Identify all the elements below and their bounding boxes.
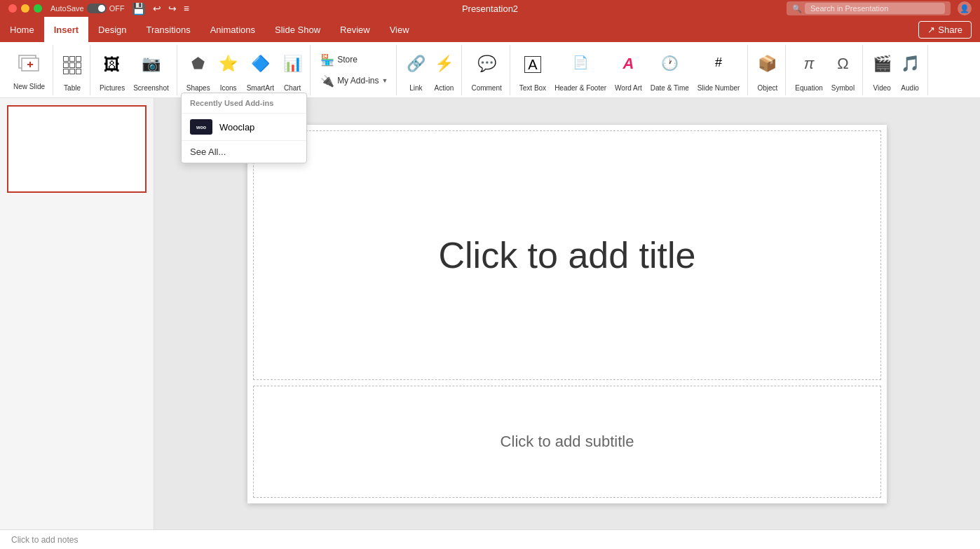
icons-label: Icons xyxy=(220,84,237,92)
table-icon xyxy=(63,56,81,74)
slide-number-button[interactable]: # Slide Number xyxy=(694,50,744,95)
action-button[interactable]: ⚡ Action xyxy=(430,50,457,95)
smartart-button[interactable]: 🔷 SmartArt xyxy=(243,50,278,95)
datetime-label: Date & Time xyxy=(651,84,689,92)
links-group: 🔗 Link ⚡ Action xyxy=(398,45,462,95)
slide-subtitle-area[interactable]: Click to add subtitle xyxy=(253,386,881,498)
equation-button[interactable]: π Equation xyxy=(791,50,826,95)
window-title: Presentation2 xyxy=(462,4,518,14)
comment-button[interactable]: 💬 Comment xyxy=(468,50,505,95)
pictures-button[interactable]: 🖼 Pictures xyxy=(96,50,128,95)
title-bar: AutoSave OFF 💾 ↩ ↪ ≡ Presentation2 🔍 👤 xyxy=(0,0,980,17)
table-group: Table xyxy=(55,45,90,95)
see-all-addins-button[interactable]: See All... xyxy=(182,140,306,163)
slide-number-icon: # xyxy=(715,56,722,69)
chart-button[interactable]: 📊 Chart xyxy=(279,50,306,95)
autosave-toggle[interactable] xyxy=(87,4,107,13)
symbol-button[interactable]: Ω Symbol xyxy=(828,50,858,95)
illustrations-group: ⬟ Shapes ⭐ Icons 🔷 SmartArt 📊 Chart xyxy=(179,45,311,95)
table-label: Table xyxy=(64,84,81,92)
video-label: Video xyxy=(873,84,890,92)
maximize-button[interactable] xyxy=(34,4,42,13)
shapes-button[interactable]: ⬟ Shapes xyxy=(183,50,214,95)
toolbar: New Slide Table 🖼 Pictures 📷 Screenshot xyxy=(0,42,980,98)
customize-icon[interactable]: ≡ xyxy=(184,3,189,14)
slides-panel: 1 xyxy=(0,98,154,529)
slide-1-thumbnail[interactable] xyxy=(7,105,147,193)
slide-canvas: Click to add title Click to add subtitle xyxy=(247,125,887,503)
notes-bar[interactable]: Click to add notes xyxy=(0,529,980,549)
textbox-button[interactable]: A Text Box xyxy=(516,50,550,95)
store-icon: 🏪 xyxy=(320,53,334,67)
symbols-group: π Equation Ω Symbol xyxy=(787,45,863,95)
save-icon[interactable]: 💾 xyxy=(132,2,146,15)
wordart-label: Word Art xyxy=(615,84,642,92)
tab-review[interactable]: Review xyxy=(330,17,380,42)
object-button[interactable]: 📦 Object xyxy=(754,50,781,95)
wooclap-addins-item[interactable]: woo Wooclap xyxy=(182,114,306,140)
slide-thumbnail-container: 1 xyxy=(7,105,147,193)
smartart-label: SmartArt xyxy=(247,84,274,92)
tab-view[interactable]: View xyxy=(380,17,419,42)
notes-placeholder[interactable]: Click to add notes xyxy=(11,535,78,545)
tab-animations[interactable]: Animations xyxy=(200,17,265,42)
close-button[interactable] xyxy=(8,4,17,13)
new-slide-icon xyxy=(18,55,41,73)
datetime-icon: 🕐 xyxy=(661,56,679,70)
action-icon: ⚡ xyxy=(435,56,454,72)
addins-dropdown: Recently Used Add-ins woo Wooclap See Al… xyxy=(181,93,307,163)
audio-icon: 🎵 xyxy=(901,56,920,72)
equation-label: Equation xyxy=(795,84,822,92)
ribbon-right: ↗ Share xyxy=(918,17,980,42)
object-group: 📦 Object xyxy=(749,45,786,95)
slide-title-placeholder[interactable]: Click to add title xyxy=(438,234,695,276)
audio-button[interactable]: 🎵 Audio xyxy=(897,50,923,95)
my-addins-button[interactable]: 🔌 My Add-ins ▼ xyxy=(316,71,392,90)
minimize-button[interactable] xyxy=(21,4,29,13)
pictures-icon: 🖼 xyxy=(104,56,121,73)
user-avatar[interactable]: 👤 xyxy=(958,1,972,15)
addins-dropdown-arrow: ▼ xyxy=(381,77,388,84)
wordart-icon: A xyxy=(622,56,634,72)
header-footer-icon: 📄 xyxy=(573,56,588,69)
tab-design[interactable]: Design xyxy=(88,17,136,42)
screenshot-button[interactable]: 📷 Screenshot xyxy=(130,50,172,95)
addins-dropdown-header: Recently Used Add-ins xyxy=(182,93,306,114)
slide-subtitle-placeholder[interactable]: Click to add subtitle xyxy=(501,433,634,451)
tab-slideshow[interactable]: Slide Show xyxy=(265,17,330,42)
screenshot-icon: 📷 xyxy=(142,56,161,72)
tab-home[interactable]: Home xyxy=(0,17,44,42)
new-slide-button[interactable]: New Slide xyxy=(10,49,48,94)
shapes-label: Shapes xyxy=(186,84,210,92)
equation-icon: π xyxy=(804,56,815,72)
video-button[interactable]: 🎬 Video xyxy=(869,50,895,95)
table-button[interactable]: Table xyxy=(59,50,86,95)
tab-insert[interactable]: Insert xyxy=(44,17,88,42)
link-button[interactable]: 🔗 Link xyxy=(402,50,429,95)
search-input[interactable] xyxy=(805,3,945,14)
wordart-button[interactable]: A Word Art xyxy=(611,50,646,95)
link-label: Link xyxy=(409,84,422,92)
smartart-icon: 🔷 xyxy=(251,56,270,72)
store-label: Store xyxy=(337,55,358,65)
autosave-control: AutoSave OFF xyxy=(50,4,125,13)
tab-transitions[interactable]: Transitions xyxy=(137,17,200,42)
comment-label: Comment xyxy=(471,84,501,92)
store-button[interactable]: 🏪 Store xyxy=(316,50,392,69)
video-icon: 🎬 xyxy=(873,56,892,72)
chart-label: Chart xyxy=(284,84,301,92)
slide-title-area[interactable]: Click to add title xyxy=(253,130,881,380)
autosave-label: AutoSave xyxy=(50,4,84,13)
textbox-icon: A xyxy=(524,56,540,73)
share-button[interactable]: ↗ Share xyxy=(918,21,972,39)
redo-icon[interactable]: ↪ xyxy=(168,3,177,14)
symbol-label: Symbol xyxy=(831,84,855,92)
header-footer-button[interactable]: 📄 Header & Footer xyxy=(551,50,610,95)
undo-icon[interactable]: ↩ xyxy=(153,3,161,14)
datetime-button[interactable]: 🕐 Date & Time xyxy=(647,50,693,95)
window-controls[interactable] xyxy=(8,4,42,13)
icons-button[interactable]: ⭐ Icons xyxy=(215,50,242,95)
slide-number-label: Slide Number xyxy=(697,84,740,92)
ribbon-tabs: Home Insert Design Transitions Animation… xyxy=(0,17,419,42)
pictures-label: Pictures xyxy=(100,84,125,92)
